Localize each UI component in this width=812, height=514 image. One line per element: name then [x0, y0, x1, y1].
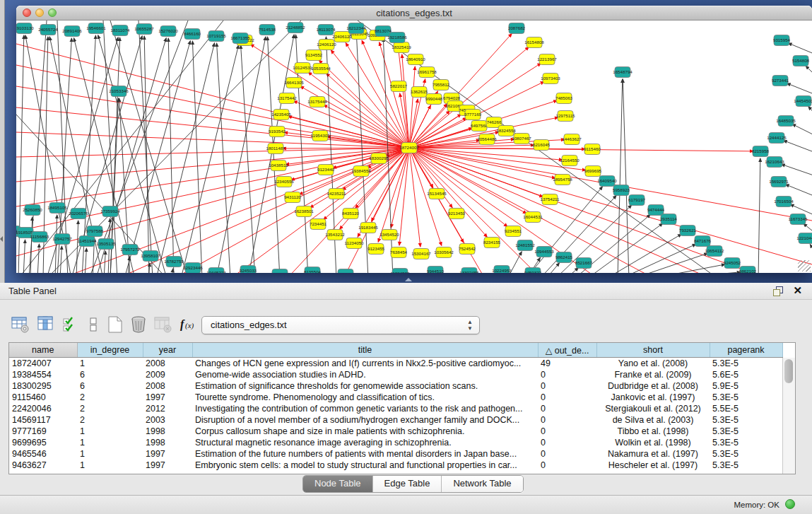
- graph-node[interactable]: 16641305: [284, 78, 304, 88]
- column-header-title[interactable]: title: [192, 343, 538, 358]
- table-row[interactable]: 946362711997Embryonic stem cells: a mode…: [9, 460, 782, 471]
- graph-node[interactable]: 20891406: [62, 26, 82, 37]
- graph-node[interactable]: 12481552: [515, 240, 535, 251]
- function-builder-button[interactable]: f(x): [178, 314, 202, 335]
- graph-node[interactable]: 11234502: [390, 269, 410, 274]
- column-header-name[interactable]: name: [9, 343, 77, 358]
- column-header-out_de[interactable]: △ out_de...: [538, 343, 596, 358]
- table-row[interactable]: 946554611997Estimation of the future num…: [9, 448, 782, 460]
- table-row[interactable]: 977716911998Corpus callosum shape and si…: [9, 426, 782, 437]
- graph-node[interactable]: 8471676: [694, 236, 712, 247]
- graph-node[interactable]: 10224953: [492, 266, 512, 274]
- graph-node[interactable]: 13175444: [307, 97, 327, 107]
- window-titlebar[interactable]: citations_edges.txt: [16, 6, 812, 21]
- graph-node[interactable]: 18300295: [369, 153, 389, 164]
- graph-node[interactable]: 18495105: [47, 203, 67, 214]
- graph-node[interactable]: 5958923: [613, 185, 630, 196]
- graph-node[interactable]: 12213967: [537, 54, 557, 65]
- graph-node[interactable]: 18325419: [392, 42, 411, 53]
- graph-node[interactable]: 15276020: [158, 26, 178, 37]
- left-collapsed-panel[interactable]: [0, 0, 5, 283]
- graph-node[interactable]: 10535544: [311, 64, 331, 74]
- graph-node[interactable]: 16961758: [417, 67, 437, 78]
- graph-node[interactable]: 18011487: [266, 144, 286, 154]
- tab-node-table[interactable]: Node Table: [303, 476, 373, 492]
- graph-node[interactable]: 15134545: [427, 189, 447, 199]
- tab-edge-table[interactable]: Edge Table: [373, 476, 442, 492]
- graph-node[interactable]: 16238501: [294, 206, 314, 217]
- graph-node[interactable]: 16548794: [613, 67, 632, 78]
- graph-node[interactable]: 8215958: [752, 146, 770, 157]
- graph-node[interactable]: 24055724: [38, 25, 58, 35]
- table-selector-dropdown[interactable]: citations_edges.txt ▲▼: [201, 316, 480, 334]
- unselect-columns-button[interactable]: [83, 314, 105, 335]
- graph-node[interactable]: 9474444: [647, 205, 665, 216]
- graph-node[interactable]: 16671355: [230, 33, 250, 44]
- graph-node[interactable]: 10445223: [206, 268, 226, 274]
- graph-node[interactable]: 13754211: [540, 194, 560, 205]
- graph-node[interactable]: 9245033: [240, 266, 257, 274]
- graph-node[interactable]: 9990448: [425, 94, 443, 105]
- graph-node[interactable]: 10944553: [534, 247, 554, 257]
- graph-node[interactable]: 9777169: [464, 110, 482, 120]
- graph-node[interactable]: 13302455: [459, 268, 479, 274]
- graph-node[interactable]: 11451944: [77, 236, 97, 247]
- graph-node[interactable]: 7638454: [390, 247, 408, 258]
- graph-node[interactable]: 10124531: [293, 63, 312, 74]
- table-settings-button[interactable]: [10, 314, 31, 335]
- graph-node[interactable]: 8135504: [304, 267, 322, 274]
- graph-node[interactable]: 11234050: [344, 238, 364, 249]
- graph-node[interactable]: 16212344: [346, 23, 366, 34]
- graph-node[interactable]: 14454503: [794, 96, 812, 107]
- citation-network-graph[interactable]: 1872400710921344181130452240612012406120…: [16, 21, 812, 273]
- table-row[interactable]: 1872400712008Changes of HCN gene express…: [9, 358, 782, 370]
- column-header-pagerank[interactable]: pagerank: [710, 343, 782, 358]
- graph-node[interactable]: 2087682: [508, 23, 526, 34]
- graph-node[interactable]: 13505135: [96, 239, 116, 250]
- graph-node[interactable]: 15304167: [411, 249, 431, 259]
- graph-node[interactable]: 9273441: [772, 76, 789, 86]
- graph-node[interactable]: 7955812: [433, 80, 450, 90]
- table-row[interactable]: 1938455462009Genome-wide association stu…: [9, 369, 782, 380]
- graph-node[interactable]: 12975115: [555, 111, 575, 122]
- graph-node[interactable]: 9123455: [367, 244, 385, 255]
- graph-node[interactable]: 18640910: [406, 54, 425, 65]
- table-row[interactable]: 969969511998Structural magnetic resonanc…: [9, 437, 782, 448]
- table-row[interactable]: 2242004622012Investigating the contribut…: [9, 403, 782, 414]
- graph-node[interactable]: 19103130: [16, 23, 34, 34]
- graph-node[interactable]: 9245052: [724, 258, 741, 269]
- graph-node[interactable]: 5822017: [390, 81, 408, 92]
- graph-node[interactable]: 12340556: [274, 177, 294, 187]
- graph-node[interactable]: 13454520: [379, 230, 399, 240]
- graph-node[interactable]: 14235405: [271, 110, 291, 120]
- graph-node[interactable]: 9862102: [739, 267, 757, 274]
- graph-node[interactable]: 13958107: [141, 251, 160, 262]
- graph-node[interactable]: 10234551: [336, 269, 355, 274]
- graph-node[interactable]: 16044531: [523, 212, 543, 223]
- graph-node[interactable]: 20564486: [477, 134, 497, 145]
- graph-node[interactable]: 9450322: [524, 268, 542, 274]
- graph-node[interactable]: 14235211: [326, 189, 346, 199]
- graph-node[interactable]: 19546601: [86, 23, 106, 34]
- scrollbar-thumb[interactable]: [784, 359, 793, 383]
- graph-node[interactable]: 7485063: [555, 93, 573, 104]
- graph-node[interactable]: 9862415: [555, 252, 573, 263]
- graph-node[interactable]: 9193542: [269, 127, 286, 137]
- graph-node[interactable]: 6179197: [628, 195, 646, 206]
- table-row[interactable]: 1830029562008Estimation of significance …: [9, 380, 782, 392]
- graph-node[interactable]: 10807467: [512, 134, 531, 144]
- new-column-button[interactable]: [105, 314, 126, 335]
- graph-node[interactable]: 16210643: [765, 157, 784, 168]
- graph-node[interactable]: 19183445: [358, 223, 378, 233]
- graph-node[interactable]: 7932621: [679, 226, 697, 236]
- select-all-columns-button[interactable]: [61, 314, 82, 335]
- resize-grip-icon[interactable]: [798, 260, 811, 271]
- graph-node[interactable]: 10655287: [134, 24, 154, 35]
- graph-node[interactable]: 7635201: [271, 269, 289, 274]
- graph-node[interactable]: 20206576: [69, 209, 88, 219]
- table-row[interactable]: 1456911722003Disruption of a novel membe…: [9, 414, 782, 426]
- graph-node[interactable]: 9115460: [584, 144, 601, 155]
- collapse-arrow-icon[interactable]: [0, 236, 3, 242]
- graph-node[interactable]: 18724007: [399, 143, 419, 153]
- graph-node[interactable]: 8521667: [575, 258, 593, 269]
